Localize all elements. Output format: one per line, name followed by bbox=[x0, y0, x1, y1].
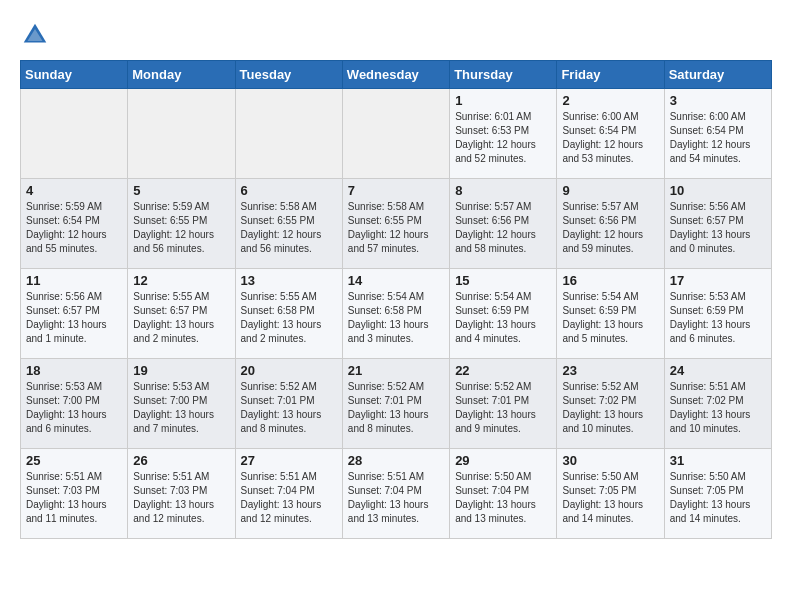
calendar-week-5: 25Sunrise: 5:51 AM Sunset: 7:03 PM Dayli… bbox=[21, 449, 772, 539]
calendar-week-1: 1Sunrise: 6:01 AM Sunset: 6:53 PM Daylig… bbox=[21, 89, 772, 179]
calendar-cell bbox=[21, 89, 128, 179]
calendar-cell: 18Sunrise: 5:53 AM Sunset: 7:00 PM Dayli… bbox=[21, 359, 128, 449]
calendar-cell: 20Sunrise: 5:52 AM Sunset: 7:01 PM Dayli… bbox=[235, 359, 342, 449]
day-number: 9 bbox=[562, 183, 658, 198]
day-number: 3 bbox=[670, 93, 766, 108]
day-info: Sunrise: 6:01 AM Sunset: 6:53 PM Dayligh… bbox=[455, 110, 551, 166]
calendar-cell: 4Sunrise: 5:59 AM Sunset: 6:54 PM Daylig… bbox=[21, 179, 128, 269]
day-info: Sunrise: 5:53 AM Sunset: 7:00 PM Dayligh… bbox=[133, 380, 229, 436]
calendar-cell: 30Sunrise: 5:50 AM Sunset: 7:05 PM Dayli… bbox=[557, 449, 664, 539]
calendar-cell: 19Sunrise: 5:53 AM Sunset: 7:00 PM Dayli… bbox=[128, 359, 235, 449]
calendar-cell: 9Sunrise: 5:57 AM Sunset: 6:56 PM Daylig… bbox=[557, 179, 664, 269]
day-info: Sunrise: 5:58 AM Sunset: 6:55 PM Dayligh… bbox=[241, 200, 337, 256]
calendar-cell: 26Sunrise: 5:51 AM Sunset: 7:03 PM Dayli… bbox=[128, 449, 235, 539]
weekday-header-monday: Monday bbox=[128, 61, 235, 89]
day-number: 29 bbox=[455, 453, 551, 468]
calendar-cell: 29Sunrise: 5:50 AM Sunset: 7:04 PM Dayli… bbox=[450, 449, 557, 539]
calendar-cell: 23Sunrise: 5:52 AM Sunset: 7:02 PM Dayli… bbox=[557, 359, 664, 449]
day-number: 7 bbox=[348, 183, 444, 198]
calendar-week-4: 18Sunrise: 5:53 AM Sunset: 7:00 PM Dayli… bbox=[21, 359, 772, 449]
day-info: Sunrise: 5:50 AM Sunset: 7:05 PM Dayligh… bbox=[670, 470, 766, 526]
calendar-cell: 21Sunrise: 5:52 AM Sunset: 7:01 PM Dayli… bbox=[342, 359, 449, 449]
day-info: Sunrise: 5:52 AM Sunset: 7:01 PM Dayligh… bbox=[241, 380, 337, 436]
calendar-cell: 16Sunrise: 5:54 AM Sunset: 6:59 PM Dayli… bbox=[557, 269, 664, 359]
day-number: 22 bbox=[455, 363, 551, 378]
calendar-week-3: 11Sunrise: 5:56 AM Sunset: 6:57 PM Dayli… bbox=[21, 269, 772, 359]
calendar-cell: 1Sunrise: 6:01 AM Sunset: 6:53 PM Daylig… bbox=[450, 89, 557, 179]
weekday-header-friday: Friday bbox=[557, 61, 664, 89]
calendar-cell: 6Sunrise: 5:58 AM Sunset: 6:55 PM Daylig… bbox=[235, 179, 342, 269]
calendar-table: SundayMondayTuesdayWednesdayThursdayFrid… bbox=[20, 60, 772, 539]
day-number: 11 bbox=[26, 273, 122, 288]
day-number: 14 bbox=[348, 273, 444, 288]
calendar-cell: 25Sunrise: 5:51 AM Sunset: 7:03 PM Dayli… bbox=[21, 449, 128, 539]
day-info: Sunrise: 5:52 AM Sunset: 7:01 PM Dayligh… bbox=[348, 380, 444, 436]
day-info: Sunrise: 6:00 AM Sunset: 6:54 PM Dayligh… bbox=[562, 110, 658, 166]
day-number: 18 bbox=[26, 363, 122, 378]
day-info: Sunrise: 5:51 AM Sunset: 7:02 PM Dayligh… bbox=[670, 380, 766, 436]
day-number: 21 bbox=[348, 363, 444, 378]
logo bbox=[20, 20, 55, 50]
calendar-cell bbox=[128, 89, 235, 179]
day-number: 25 bbox=[26, 453, 122, 468]
day-info: Sunrise: 5:51 AM Sunset: 7:04 PM Dayligh… bbox=[348, 470, 444, 526]
weekday-header-sunday: Sunday bbox=[21, 61, 128, 89]
day-number: 15 bbox=[455, 273, 551, 288]
day-info: Sunrise: 5:57 AM Sunset: 6:56 PM Dayligh… bbox=[562, 200, 658, 256]
weekday-header-wednesday: Wednesday bbox=[342, 61, 449, 89]
day-info: Sunrise: 5:54 AM Sunset: 6:58 PM Dayligh… bbox=[348, 290, 444, 346]
day-number: 4 bbox=[26, 183, 122, 198]
day-info: Sunrise: 5:51 AM Sunset: 7:04 PM Dayligh… bbox=[241, 470, 337, 526]
weekday-header-tuesday: Tuesday bbox=[235, 61, 342, 89]
day-info: Sunrise: 5:51 AM Sunset: 7:03 PM Dayligh… bbox=[26, 470, 122, 526]
day-info: Sunrise: 5:56 AM Sunset: 6:57 PM Dayligh… bbox=[670, 200, 766, 256]
calendar-header: SundayMondayTuesdayWednesdayThursdayFrid… bbox=[21, 61, 772, 89]
day-info: Sunrise: 5:59 AM Sunset: 6:55 PM Dayligh… bbox=[133, 200, 229, 256]
day-number: 27 bbox=[241, 453, 337, 468]
day-number: 20 bbox=[241, 363, 337, 378]
day-number: 8 bbox=[455, 183, 551, 198]
calendar-cell: 8Sunrise: 5:57 AM Sunset: 6:56 PM Daylig… bbox=[450, 179, 557, 269]
day-info: Sunrise: 5:50 AM Sunset: 7:04 PM Dayligh… bbox=[455, 470, 551, 526]
day-number: 2 bbox=[562, 93, 658, 108]
page-header bbox=[20, 20, 772, 50]
calendar-cell bbox=[235, 89, 342, 179]
day-info: Sunrise: 6:00 AM Sunset: 6:54 PM Dayligh… bbox=[670, 110, 766, 166]
day-number: 16 bbox=[562, 273, 658, 288]
day-info: Sunrise: 5:53 AM Sunset: 6:59 PM Dayligh… bbox=[670, 290, 766, 346]
day-number: 17 bbox=[670, 273, 766, 288]
calendar-cell: 11Sunrise: 5:56 AM Sunset: 6:57 PM Dayli… bbox=[21, 269, 128, 359]
calendar-cell: 24Sunrise: 5:51 AM Sunset: 7:02 PM Dayli… bbox=[664, 359, 771, 449]
calendar-cell bbox=[342, 89, 449, 179]
calendar-cell: 27Sunrise: 5:51 AM Sunset: 7:04 PM Dayli… bbox=[235, 449, 342, 539]
day-info: Sunrise: 5:58 AM Sunset: 6:55 PM Dayligh… bbox=[348, 200, 444, 256]
day-info: Sunrise: 5:56 AM Sunset: 6:57 PM Dayligh… bbox=[26, 290, 122, 346]
calendar-cell: 7Sunrise: 5:58 AM Sunset: 6:55 PM Daylig… bbox=[342, 179, 449, 269]
weekday-header-saturday: Saturday bbox=[664, 61, 771, 89]
calendar-cell: 31Sunrise: 5:50 AM Sunset: 7:05 PM Dayli… bbox=[664, 449, 771, 539]
day-info: Sunrise: 5:54 AM Sunset: 6:59 PM Dayligh… bbox=[562, 290, 658, 346]
day-info: Sunrise: 5:59 AM Sunset: 6:54 PM Dayligh… bbox=[26, 200, 122, 256]
calendar-cell: 10Sunrise: 5:56 AM Sunset: 6:57 PM Dayli… bbox=[664, 179, 771, 269]
day-info: Sunrise: 5:54 AM Sunset: 6:59 PM Dayligh… bbox=[455, 290, 551, 346]
day-info: Sunrise: 5:55 AM Sunset: 6:58 PM Dayligh… bbox=[241, 290, 337, 346]
day-number: 23 bbox=[562, 363, 658, 378]
weekday-header-thursday: Thursday bbox=[450, 61, 557, 89]
calendar-cell: 12Sunrise: 5:55 AM Sunset: 6:57 PM Dayli… bbox=[128, 269, 235, 359]
day-number: 19 bbox=[133, 363, 229, 378]
day-info: Sunrise: 5:51 AM Sunset: 7:03 PM Dayligh… bbox=[133, 470, 229, 526]
day-number: 6 bbox=[241, 183, 337, 198]
day-number: 26 bbox=[133, 453, 229, 468]
day-number: 1 bbox=[455, 93, 551, 108]
calendar-cell: 13Sunrise: 5:55 AM Sunset: 6:58 PM Dayli… bbox=[235, 269, 342, 359]
calendar-cell: 14Sunrise: 5:54 AM Sunset: 6:58 PM Dayli… bbox=[342, 269, 449, 359]
day-info: Sunrise: 5:52 AM Sunset: 7:02 PM Dayligh… bbox=[562, 380, 658, 436]
day-info: Sunrise: 5:57 AM Sunset: 6:56 PM Dayligh… bbox=[455, 200, 551, 256]
calendar-cell: 3Sunrise: 6:00 AM Sunset: 6:54 PM Daylig… bbox=[664, 89, 771, 179]
day-info: Sunrise: 5:52 AM Sunset: 7:01 PM Dayligh… bbox=[455, 380, 551, 436]
day-number: 28 bbox=[348, 453, 444, 468]
day-info: Sunrise: 5:53 AM Sunset: 7:00 PM Dayligh… bbox=[26, 380, 122, 436]
day-number: 12 bbox=[133, 273, 229, 288]
calendar-week-2: 4Sunrise: 5:59 AM Sunset: 6:54 PM Daylig… bbox=[21, 179, 772, 269]
day-info: Sunrise: 5:55 AM Sunset: 6:57 PM Dayligh… bbox=[133, 290, 229, 346]
